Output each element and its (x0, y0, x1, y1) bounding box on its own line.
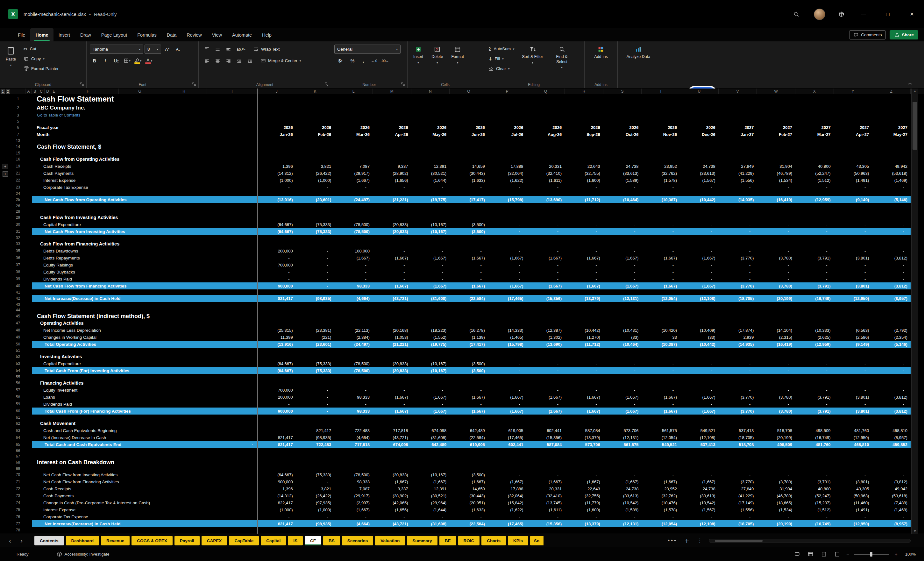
cell-J37[interactable]: 700,000 (258, 261, 296, 268)
cell-Y75[interactable]: (1,491) (834, 506, 872, 513)
cell-S7[interactable]: Oct-26 (603, 131, 642, 138)
cell-R37[interactable]: - (565, 261, 603, 268)
cell-T23[interactable]: - (642, 184, 680, 191)
cell-O59[interactable]: - (450, 400, 488, 408)
cell-label-16[interactable]: Cash Flow from Operating Activities (26, 156, 258, 163)
cell-N25[interactable]: (19,775) (411, 196, 450, 203)
scroll-down-arrow[interactable]: ▼ (912, 530, 918, 532)
cell-J30[interactable]: (64,667) (258, 221, 296, 228)
cell-J48[interactable]: (25,315) (258, 327, 296, 334)
cell-S37[interactable]: - (603, 261, 642, 268)
cell-Z7[interactable]: May-27 (872, 131, 910, 138)
cell-L57[interactable]: - (334, 387, 373, 393)
cell-N58[interactable]: (1,667) (411, 393, 450, 400)
column-header-K[interactable]: K (296, 88, 334, 94)
cell-Y37[interactable]: - (834, 261, 872, 268)
row-header-14[interactable]: 14 (10, 143, 26, 150)
cell-V50[interactable]: (14,935) (718, 340, 757, 348)
cell-N70[interactable]: (10,167) (411, 471, 450, 478)
cell-S49[interactable]: (33) (603, 334, 642, 340)
cell-T76[interactable]: - (642, 513, 680, 520)
cell-T30[interactable]: - (642, 221, 680, 228)
row-header-59[interactable]: 59 (10, 400, 26, 408)
cell-Y57[interactable]: - (834, 387, 872, 393)
cell-N54[interactable]: (10,167) (411, 367, 450, 374)
tab-scroll-left[interactable]: ‹ (9, 534, 11, 547)
cell-O48[interactable]: (16,278) (450, 327, 488, 334)
cell-W50[interactable]: (16,419) (757, 340, 795, 348)
row-header-29[interactable]: 29 (10, 214, 26, 221)
cell-T7[interactable]: Nov-26 (642, 131, 680, 138)
cell-W19[interactable]: 31,904 (757, 163, 795, 170)
cell-X19[interactable]: 40,800 (795, 163, 834, 170)
sheet-tab-payroll[interactable]: Payroll (174, 536, 200, 545)
cell-Q23[interactable]: - (526, 184, 565, 191)
cell-J63[interactable]: - (258, 427, 296, 434)
cell-M77[interactable]: (43,721) (373, 520, 411, 527)
cell-M63[interactable]: 717,818 (373, 427, 411, 434)
cell-Q36[interactable]: (1,667) (526, 254, 565, 261)
cell-J65[interactable]: 821,417 (258, 441, 296, 448)
cell-J49[interactable]: 11,399 (258, 334, 296, 340)
table-of-contents-link[interactable]: Go to Table of Contents (37, 113, 80, 117)
cell-label-50[interactable]: Total Operating Activities (26, 340, 258, 348)
cell-label-47[interactable]: Operating Activities (26, 320, 258, 327)
sheet-tab-charts[interactable]: Charts (482, 536, 506, 545)
cell-U57[interactable]: - (680, 387, 718, 393)
menu-automate[interactable]: Automate (227, 28, 257, 41)
row-header-70[interactable]: 70 (10, 471, 26, 478)
cell-label-35[interactable]: Debts Drawdowns (26, 248, 258, 254)
row-header-40[interactable]: 40 (10, 282, 26, 290)
cell-K71[interactable]: - (296, 478, 334, 485)
column-header-H[interactable]: H (161, 88, 207, 94)
row-header-50[interactable]: 50 (10, 340, 26, 348)
column-header-A[interactable]: A (26, 88, 32, 94)
cell-O25[interactable]: (17,417) (450, 196, 488, 203)
cell-U42[interactable]: (12,108) (680, 295, 718, 302)
cell-R64[interactable]: (13,379) (565, 434, 603, 441)
cell-P25[interactable]: (15,798) (488, 196, 526, 203)
cell-Z37[interactable]: - (872, 261, 910, 268)
cell-T35[interactable]: - (642, 248, 680, 254)
font-name-select[interactable]: Tahoma▾ (90, 45, 143, 54)
cell-V40[interactable]: (3,770) (718, 282, 757, 290)
menu-insert[interactable]: Insert (54, 28, 75, 41)
cell-W65[interactable]: 498,509 (757, 441, 795, 448)
cell-O75[interactable]: (1,633) (450, 506, 488, 513)
cell-label-57[interactable]: Equity Investment (26, 387, 258, 393)
cell-Q74[interactable]: (13,745) (526, 499, 565, 506)
cell-O53[interactable]: (3,500) (450, 360, 488, 367)
cell-P7[interactable]: Jul-26 (488, 131, 526, 138)
cell-S42[interactable]: (12,131) (603, 295, 642, 302)
sheet-tab-revenue[interactable]: Revenue (101, 536, 130, 545)
row-header-6[interactable]: 6 (10, 124, 26, 131)
cell-W58[interactable]: (3,780) (757, 393, 795, 400)
cell-L40[interactable]: 98,333 (334, 282, 373, 290)
sheet-tab-dashboard[interactable]: Dashboard (66, 536, 99, 545)
cell-O30[interactable]: (3,500) (450, 221, 488, 228)
cell-Y49[interactable]: (2,586) (834, 334, 872, 340)
cell-T42[interactable]: (12,054) (642, 295, 680, 302)
cell-Q21[interactable]: (32,410) (526, 170, 565, 177)
cell-M49[interactable]: (1,053) (373, 334, 411, 340)
cell-L6[interactable]: 2026 (334, 124, 373, 131)
cell-K54[interactable]: (75,333) (296, 367, 334, 374)
cell-Y59[interactable]: - (834, 400, 872, 408)
cell-P59[interactable]: - (488, 400, 526, 408)
cell-M40[interactable]: (1,667) (373, 282, 411, 290)
cell-J50[interactable]: (13,916) (258, 340, 296, 348)
bold-button[interactable]: B (90, 56, 99, 65)
cell-Z31[interactable]: - (872, 228, 910, 235)
cell-X35[interactable]: - (795, 248, 834, 254)
row-header-53[interactable]: 53 (10, 360, 26, 367)
cell-V73[interactable]: (41,229) (718, 492, 757, 499)
cell-label-41[interactable] (26, 290, 258, 295)
cell-K31[interactable]: (75,333) (296, 228, 334, 235)
cell-K76[interactable]: - (296, 513, 334, 520)
column-header-C[interactable]: C (38, 88, 45, 94)
row-header-74[interactable]: 74 (10, 499, 26, 506)
cell-V53[interactable]: - (718, 360, 757, 367)
cell-Z49[interactable]: (2,354) (872, 334, 910, 340)
cell-N30[interactable]: (10,167) (411, 221, 450, 228)
cell-Y50[interactable]: (9,149) (834, 340, 872, 348)
